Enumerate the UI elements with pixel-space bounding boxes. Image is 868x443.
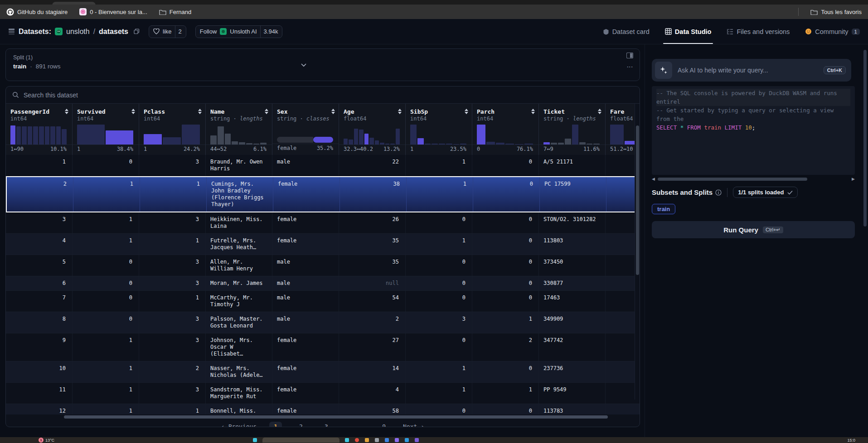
- table-cell[interactable]: 3: [139, 276, 206, 290]
- sort-icon[interactable]: [398, 109, 402, 114]
- sort-icon[interactable]: [265, 109, 268, 114]
- table-cell[interactable]: male: [272, 276, 339, 290]
- table-cell[interactable]: 4: [6, 234, 73, 255]
- table-cell[interactable]: 113783: [539, 404, 606, 414]
- histogram-bar[interactable]: [515, 144, 524, 144]
- previous-button[interactable]: ‹Previous: [221, 423, 257, 428]
- table-cell[interactable]: 1: [139, 404, 206, 414]
- chevron-down-icon[interactable]: [300, 61, 308, 71]
- column-header[interactable]: Sex: [272, 107, 339, 116]
- table-cell[interactable]: 17463: [539, 291, 606, 312]
- table-cell[interactable]: Johnson, Mrs. Oscar W (Elisabet…: [206, 333, 272, 361]
- histogram-bar[interactable]: [593, 144, 600, 144]
- table-cell[interactable]: 1: [73, 333, 139, 361]
- taskbar-app-icon[interactable]: [355, 438, 359, 442]
- histogram-bar[interactable]: [354, 129, 358, 144]
- column-header[interactable]: Ticket: [539, 107, 605, 116]
- histogram-bar[interactable]: [182, 125, 200, 144]
- histogram-bar[interactable]: [610, 125, 624, 144]
- histogram-bar[interactable]: [369, 138, 373, 144]
- table-cell[interactable]: 58: [339, 404, 406, 414]
- table-cell[interactable]: 11: [6, 383, 73, 404]
- histogram-bar[interactable]: [572, 125, 578, 144]
- taskbar-app-icon[interactable]: [375, 438, 379, 442]
- taskbar-active-window[interactable]: [262, 438, 339, 443]
- table-cell[interactable]: 1: [472, 312, 539, 333]
- tab-data-studio[interactable]: Data Studio: [665, 19, 712, 44]
- table-cell[interactable]: 0: [406, 255, 472, 276]
- table-cell[interactable]: Cumings, Mrs. John Bradley (Florence Bri…: [207, 177, 273, 212]
- histogram-bar[interactable]: [425, 144, 431, 144]
- sort-icon[interactable]: [198, 109, 202, 114]
- table-cell[interactable]: 6: [6, 276, 73, 290]
- page-number[interactable]: 1: [269, 422, 282, 428]
- table-cell[interactable]: 3: [139, 312, 206, 333]
- table-cell[interactable]: 0: [472, 276, 539, 290]
- table-cell[interactable]: 2: [139, 361, 206, 382]
- table-cell[interactable]: male: [272, 312, 339, 333]
- histogram-bar[interactable]: [253, 144, 260, 144]
- kebab-menu-icon[interactable]: ⋮: [629, 64, 631, 70]
- table-cell[interactable]: 8: [6, 312, 73, 333]
- weather-widget[interactable]: 1 13°C: [39, 438, 54, 443]
- table-cell[interactable]: 0: [406, 333, 472, 361]
- histogram-bar[interactable]: [375, 140, 379, 144]
- table-cell[interactable]: 1: [73, 404, 139, 414]
- bookmark-item[interactable]: 0 - Bienvenue sur la...: [79, 8, 147, 15]
- table-vertical-scrollbar[interactable]: [635, 104, 640, 400]
- table-cell[interactable]: 349909: [539, 312, 606, 333]
- table-row[interactable]: 803Palsson, Master. Gosta Leonardmale231…: [6, 312, 640, 333]
- split-selector[interactable]: Split (1) train · 891 rows ⋮: [5, 48, 640, 81]
- table-cell[interactable]: 54: [339, 291, 406, 312]
- histogram-bar[interactable]: [210, 135, 217, 144]
- histogram-bar[interactable]: [33, 126, 38, 144]
- column-header[interactable]: PassengerId: [6, 107, 72, 116]
- table-cell[interactable]: [606, 404, 640, 414]
- histogram-bar[interactable]: [396, 129, 400, 144]
- table-cell[interactable]: Nasser, Mrs. Nicholas (Adele…: [206, 361, 272, 382]
- table-cell[interactable]: 1: [139, 234, 206, 255]
- table-cell[interactable]: female: [272, 361, 339, 382]
- table-cell[interactable]: 1: [73, 383, 139, 404]
- histogram-bar[interactable]: [16, 126, 21, 144]
- column-header[interactable]: SibSp: [406, 107, 472, 116]
- table-cell[interactable]: 1: [73, 234, 139, 255]
- table-cell[interactable]: 4: [339, 383, 406, 404]
- sort-icon[interactable]: [465, 109, 468, 114]
- histogram-bar[interactable]: [50, 126, 55, 144]
- table-row[interactable]: 603Moran, Mr. Jamesmalenull00330877: [6, 276, 640, 291]
- histogram-bar[interactable]: [417, 138, 424, 144]
- table-cell[interactable]: PP 9549: [539, 383, 606, 404]
- follow-button[interactable]: Follow Unsloth AI 3.94k: [195, 25, 283, 38]
- panel-scrollbar[interactable]: [863, 48, 867, 433]
- histogram-bar[interactable]: [56, 126, 61, 144]
- table-cell[interactable]: female: [272, 234, 339, 255]
- histogram-bar[interactable]: [239, 142, 245, 144]
- table-cell[interactable]: 7: [6, 291, 73, 312]
- table-cell[interactable]: 0: [73, 276, 139, 290]
- taskbar-app-icon[interactable]: [253, 438, 257, 442]
- table-cell[interactable]: 2: [472, 333, 539, 361]
- histogram-bar[interactable]: [62, 129, 67, 144]
- table-cell[interactable]: null: [339, 276, 406, 290]
- table-cell[interactable]: 35: [339, 255, 406, 276]
- table-row[interactable]: 1211Bonnell, Miss. Elizabethfemale580011…: [6, 404, 640, 414]
- table-cell[interactable]: 12: [6, 404, 73, 414]
- table-cell[interactable]: 9: [6, 333, 73, 361]
- histogram-bar[interactable]: [496, 143, 504, 144]
- table-cell[interactable]: 3: [139, 155, 206, 176]
- table-cell[interactable]: 1: [406, 361, 472, 382]
- table-cell[interactable]: 1: [73, 177, 140, 212]
- org-name[interactable]: unsloth: [66, 28, 90, 36]
- table-cell[interactable]: 26: [339, 212, 406, 233]
- table-cell[interactable]: 0: [472, 291, 539, 312]
- taskbar-app-icon[interactable]: [385, 438, 389, 442]
- table-row[interactable]: 313Heikkinen, Miss. Lainafemale2600STON/…: [6, 212, 640, 234]
- table-cell[interactable]: 0: [472, 155, 539, 176]
- table-row[interactable]: 1113Sandstrom, Miss. Marguerite Rutfemal…: [6, 383, 640, 404]
- like-button[interactable]: like 2: [149, 25, 186, 38]
- table-cell[interactable]: 1: [73, 361, 139, 382]
- table-cell[interactable]: 3: [139, 333, 206, 361]
- taskbar-app-icon[interactable]: [365, 438, 369, 442]
- table-cell[interactable]: A/5 21171: [539, 155, 606, 176]
